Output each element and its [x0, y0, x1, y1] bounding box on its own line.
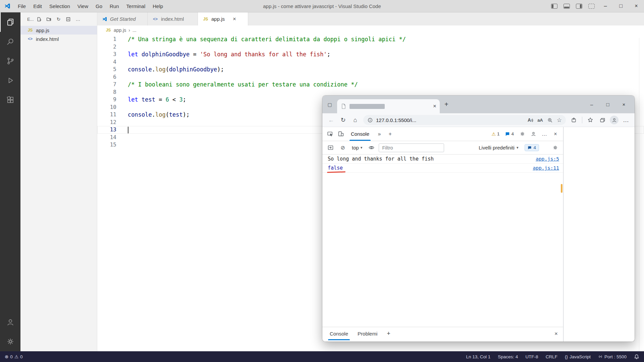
language-mode[interactable]: {} JavaScript — [565, 354, 591, 359]
console-settings-icon[interactable] — [550, 143, 560, 153]
devtools-tab-console[interactable]: Console — [346, 127, 374, 141]
browser-maximize-button[interactable]: □ — [600, 99, 616, 111]
zoom-icon[interactable] — [547, 117, 553, 123]
messages-count-pill[interactable]: 4 — [525, 144, 539, 151]
messages-badge[interactable]: 4 — [503, 131, 516, 137]
collapse-folders-icon[interactable] — [66, 16, 71, 22]
code-line-2: 2 — [97, 43, 644, 51]
code-line-4: 4 — [97, 58, 644, 66]
settings-gear-icon[interactable] — [0, 332, 20, 351]
js-file-icon: JS — [27, 28, 33, 33]
browser-tab[interactable]: × — [337, 99, 440, 113]
device-toolbar-icon[interactable] — [336, 129, 346, 139]
indentation[interactable]: Spaces: 4 — [498, 354, 518, 359]
warnings-badge[interactable]: ⚠ 1 — [489, 131, 502, 137]
problems-indicator[interactable]: ⊗ 0 ⚠ 0 — [5, 354, 22, 359]
collections-icon[interactable] — [597, 115, 608, 125]
add-tool-icon[interactable]: + — [385, 129, 395, 139]
console-sidebar-icon[interactable] — [325, 143, 335, 153]
drawer-tab-problemi[interactable]: Problemi — [353, 327, 382, 340]
notifications-bell-icon[interactable] — [634, 354, 639, 359]
source-link[interactable]: app.js:5 — [536, 156, 559, 162]
menu-terminal[interactable]: Terminal — [123, 0, 149, 12]
refresh-explorer-icon[interactable]: ↻ — [56, 16, 61, 22]
menu-edit[interactable]: Edit — [30, 0, 46, 12]
menu-selection[interactable]: Selection — [46, 0, 74, 12]
address-bar[interactable]: 127.0.0.1:5500/i... A aA ☆ — [363, 115, 566, 125]
menu-go[interactable]: Go — [92, 0, 106, 12]
vscode-maximize-button[interactable]: □ — [613, 0, 629, 12]
line-number: 5 — [97, 66, 128, 73]
eol-sequence[interactable]: CRLF — [546, 354, 557, 359]
menu-run[interactable]: Run — [106, 0, 123, 12]
toggle-sidebar-icon[interactable] — [551, 4, 557, 9]
home-icon[interactable]: ⌂ — [350, 115, 361, 125]
source-link[interactable]: app.js:11 — [533, 165, 559, 171]
file-index.html[interactable]: <>index.html — [20, 35, 97, 43]
toggle-secondary-sidebar-icon[interactable] — [576, 4, 582, 9]
refresh-icon[interactable]: ↻ — [338, 115, 348, 125]
site-info-icon[interactable] — [367, 117, 373, 123]
run-debug-icon[interactable] — [0, 71, 20, 90]
new-tab-icon[interactable]: + — [444, 101, 448, 108]
new-file-icon[interactable] — [37, 16, 42, 22]
devtools-settings-icon[interactable] — [517, 129, 527, 139]
editor-tab-index.html[interactable]: <>index.html — [148, 12, 198, 25]
editor-tab-get-started[interactable]: Get Started — [97, 12, 148, 25]
browser-minimize-button[interactable]: – — [584, 99, 600, 111]
feedback-icon[interactable] — [528, 129, 538, 139]
more-tools-tabs-icon[interactable]: » — [374, 129, 384, 139]
inspect-element-icon[interactable] — [325, 129, 335, 139]
source-control-icon[interactable] — [0, 51, 20, 71]
editor-tab-app.js[interactable]: JSapp.js× — [198, 12, 248, 25]
editor-tabs: Get Started<>index.htmlJSapp.js× — [97, 12, 644, 25]
console-filter-input[interactable] — [379, 143, 444, 152]
file-app.js[interactable]: JSapp.js — [20, 26, 97, 35]
toggle-panel-icon[interactable] — [564, 4, 570, 9]
browser-more-icon[interactable]: … — [621, 115, 631, 125]
page-viewport[interactable] — [564, 127, 635, 342]
vscode-minimize-button[interactable]: – — [598, 0, 613, 12]
browser-close-button[interactable]: × — [616, 99, 632, 111]
menu-help[interactable]: Help — [149, 0, 167, 12]
tab-close-icon[interactable]: × — [233, 16, 236, 22]
live-expression-eye-icon[interactable] — [366, 143, 376, 153]
read-aloud-icon[interactable]: A — [528, 117, 533, 123]
drawer-add-icon[interactable]: + — [385, 330, 392, 337]
menu-view[interactable]: View — [74, 0, 92, 12]
translate-icon[interactable]: aA — [537, 118, 543, 123]
code-line-6: 6 — [97, 73, 644, 81]
extensions-icon[interactable] — [0, 90, 20, 110]
log-levels-dropdown[interactable]: Livelli predefiniti ▾ — [477, 144, 520, 151]
breadcrumb[interactable]: JS app.js › ... — [97, 25, 644, 35]
search-icon[interactable] — [0, 32, 20, 51]
tab-actions-icon[interactable]: ▢ — [325, 100, 334, 109]
new-folder-icon[interactable] — [46, 16, 52, 22]
back-icon[interactable]: ← — [326, 115, 336, 125]
devtools-more-icon[interactable]: … — [539, 129, 549, 139]
devtools-close-icon[interactable]: × — [550, 129, 560, 139]
explorer-icon[interactable] — [0, 12, 20, 32]
breadcrumb-file[interactable]: app.js — [114, 27, 126, 33]
add-favorite-icon[interactable]: ☆ — [557, 117, 562, 124]
url-text[interactable]: 127.0.0.1:5500/i... — [376, 117, 416, 123]
views-more-icon[interactable]: … — [75, 16, 81, 22]
favorites-bar-icon[interactable] — [585, 115, 596, 125]
profile-avatar[interactable] — [610, 116, 619, 124]
cursor-position[interactable]: Ln 13, Col 1 — [466, 354, 491, 359]
clear-console-icon[interactable]: ⊘ — [338, 143, 348, 153]
accounts-icon[interactable] — [0, 312, 20, 332]
drawer-tab-console[interactable]: Console — [325, 327, 353, 340]
context-selector[interactable]: top ▾ — [350, 144, 364, 151]
tab-close-icon[interactable]: × — [433, 103, 436, 110]
breadcrumb-more[interactable]: ... — [132, 27, 137, 33]
encoding[interactable]: UTF-8 — [525, 354, 538, 359]
customize-layout-icon[interactable] — [588, 4, 595, 9]
drawer-close-icon[interactable]: × — [552, 330, 560, 337]
vscode-close-button[interactable]: × — [629, 0, 644, 12]
console-toolbar: ⊘ top ▾ Livelli predefiniti ▾ 4 — [322, 141, 563, 155]
browser-extensions-icon[interactable] — [569, 115, 579, 125]
menu-file[interactable]: File — [14, 0, 30, 12]
live-server-port[interactable]: Port : 5500 — [598, 354, 627, 359]
console-message-text: So long and thanks for all the fish — [328, 156, 434, 162]
